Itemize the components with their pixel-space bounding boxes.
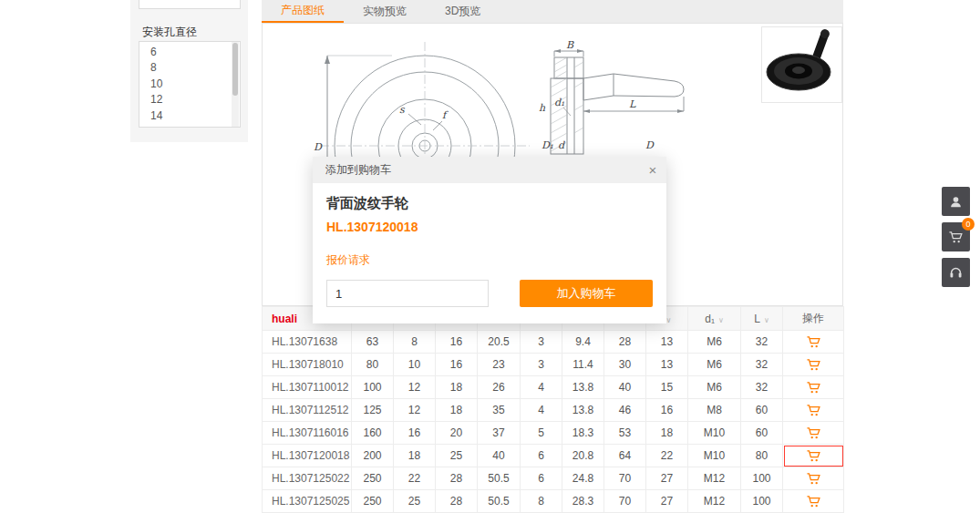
product-photo[interactable] bbox=[761, 26, 842, 103]
table-header-9[interactable]: d₁∨ bbox=[688, 307, 741, 331]
value-cell: 4 bbox=[521, 399, 562, 422]
add-to-cart-icon bbox=[806, 448, 821, 464]
table-row: HL.13071801080101623311.43013M632 bbox=[263, 354, 844, 376]
filter-option-8[interactable]: 8 bbox=[139, 60, 240, 76]
value-cell: 9.4 bbox=[562, 331, 604, 354]
value-cell: 18.3 bbox=[562, 422, 604, 445]
table-row: HL.130716386381620.539.42813M632 bbox=[263, 331, 844, 354]
value-cell: M12 bbox=[688, 490, 741, 513]
value-cell: M10 bbox=[688, 422, 741, 445]
value-cell: 32 bbox=[741, 376, 783, 399]
quantity-input[interactable] bbox=[326, 280, 489, 307]
filter-option-14[interactable]: 14 bbox=[139, 108, 240, 124]
dim-label-D1: D₁ bbox=[542, 139, 553, 151]
value-cell: 8 bbox=[394, 331, 436, 354]
filter-option-12[interactable]: 12 bbox=[139, 92, 240, 108]
modal-header: 添加到购物车 × bbox=[313, 157, 666, 183]
add-to-cart-cell[interactable] bbox=[783, 354, 844, 376]
add-to-cart-cell[interactable] bbox=[783, 399, 844, 422]
value-cell: 6 bbox=[521, 445, 562, 467]
value-cell: 13.8 bbox=[562, 399, 604, 422]
tab-product-drawing[interactable]: 产品图纸 bbox=[262, 0, 344, 23]
filter-list-scrollbar[interactable] bbox=[232, 42, 239, 127]
scrollbar-thumb-icon[interactable] bbox=[232, 43, 238, 96]
add-to-cart-cell[interactable] bbox=[783, 376, 844, 399]
value-cell: 16 bbox=[646, 399, 688, 422]
model-cell: HL.13071638 bbox=[263, 331, 352, 354]
page: 安装孔直径 68101214 产品图纸实物预览3D预览 bbox=[0, 0, 980, 513]
add-to-cart-icon bbox=[806, 357, 821, 373]
value-cell: 70 bbox=[604, 467, 646, 490]
table-row: HL.1307116016160162037518.35318M1060 bbox=[263, 422, 844, 445]
value-cell: 100 bbox=[741, 467, 783, 490]
user-button[interactable] bbox=[942, 187, 970, 216]
model-cell: HL.1307112512 bbox=[263, 399, 352, 422]
value-cell: 23 bbox=[478, 354, 521, 376]
value-cell: 13 bbox=[646, 331, 688, 354]
add-to-cart-icon bbox=[806, 494, 821, 509]
filter-option-6[interactable]: 6 bbox=[139, 45, 240, 60]
modal-body: 背面波纹手轮 HL.1307120018 报价请求 加入购物车 bbox=[313, 183, 666, 307]
model-cell: HL.130718010 bbox=[263, 354, 352, 376]
add-to-cart-cell[interactable] bbox=[783, 490, 844, 513]
close-icon[interactable]: × bbox=[639, 157, 666, 183]
filter-panel: 安装孔直径 68101214 bbox=[130, 0, 248, 142]
tab-physical-preview[interactable]: 实物预览 bbox=[344, 0, 426, 23]
value-cell: 16 bbox=[436, 354, 478, 376]
dim-label-s: s bbox=[399, 104, 406, 116]
table-header-11: 操作 bbox=[783, 307, 844, 331]
table-row: HL.1307125022250222850.5624.87027M12100 bbox=[263, 467, 844, 490]
value-cell: 15 bbox=[646, 376, 688, 399]
dim-label-d1: d₁ bbox=[554, 97, 564, 108]
value-cell: 18 bbox=[394, 445, 436, 467]
headset-icon bbox=[948, 265, 964, 281]
modal-controls: 加入购物车 bbox=[326, 280, 653, 307]
add-to-cart-button[interactable]: 加入购物车 bbox=[520, 280, 653, 307]
add-to-cart-cell[interactable] bbox=[783, 331, 844, 354]
product-table: huali∨d₁∨L∨操作 HL.130716386381620.539.428… bbox=[262, 306, 844, 513]
value-cell: 5 bbox=[521, 422, 562, 445]
value-cell: 60 bbox=[741, 399, 783, 422]
model-cell: HL.1307125025 bbox=[263, 490, 352, 513]
value-cell: 24.8 bbox=[562, 467, 604, 490]
sort-caret-icon: ∨ bbox=[666, 316, 672, 324]
filter-title: 安装孔直径 bbox=[142, 25, 197, 40]
value-cell: 16 bbox=[436, 331, 478, 354]
model-cell: HL.1307110012 bbox=[263, 376, 352, 399]
value-cell: 100 bbox=[352, 376, 394, 399]
value-cell: 40 bbox=[478, 445, 521, 467]
floating-toolbar: 0 bbox=[942, 187, 970, 293]
value-cell: 28 bbox=[436, 467, 478, 490]
value-cell: 27 bbox=[646, 467, 688, 490]
dim-label-d: d bbox=[558, 139, 565, 151]
add-to-cart-cell[interactable] bbox=[783, 467, 844, 490]
tab-3d-preview[interactable]: 3D预览 bbox=[426, 0, 500, 23]
value-cell: 22 bbox=[394, 467, 436, 490]
value-cell: 100 bbox=[741, 490, 783, 513]
value-cell: 13.8 bbox=[562, 376, 604, 399]
filter-option-10[interactable]: 10 bbox=[139, 77, 240, 92]
table-row: HL.1307120018200182540620.86422M1080 bbox=[263, 445, 844, 467]
table-row: HL.1307112512125121835413.84616M860 bbox=[263, 399, 844, 422]
value-cell: 28 bbox=[436, 490, 478, 513]
add-to-cart-icon bbox=[806, 380, 821, 395]
product-name: 背面波纹手轮 bbox=[326, 195, 653, 212]
add-to-cart-icon bbox=[806, 471, 821, 487]
support-button[interactable] bbox=[942, 258, 970, 287]
value-cell: 25 bbox=[436, 445, 478, 467]
cart-icon bbox=[948, 230, 964, 245]
table-header-10[interactable]: L∨ bbox=[741, 307, 783, 331]
sort-caret-icon: ∨ bbox=[718, 316, 724, 324]
add-to-cart-modal: 添加到购物车 × 背面波纹手轮 HL.1307120018 报价请求 加入购物车 bbox=[313, 157, 666, 323]
quote-request-link[interactable]: 报价请求 bbox=[326, 252, 370, 268]
add-to-cart-cell[interactable] bbox=[783, 445, 844, 467]
cart-button[interactable]: 0 bbox=[942, 222, 970, 251]
value-cell: 25 bbox=[394, 490, 436, 513]
value-cell: 20 bbox=[436, 422, 478, 445]
model-cell: HL.1307116016 bbox=[263, 422, 352, 445]
value-cell: 60 bbox=[741, 422, 783, 445]
value-cell: 80 bbox=[352, 354, 394, 376]
value-cell: 50.5 bbox=[478, 490, 521, 513]
value-cell: 30 bbox=[604, 354, 646, 376]
add-to-cart-cell[interactable] bbox=[783, 422, 844, 445]
